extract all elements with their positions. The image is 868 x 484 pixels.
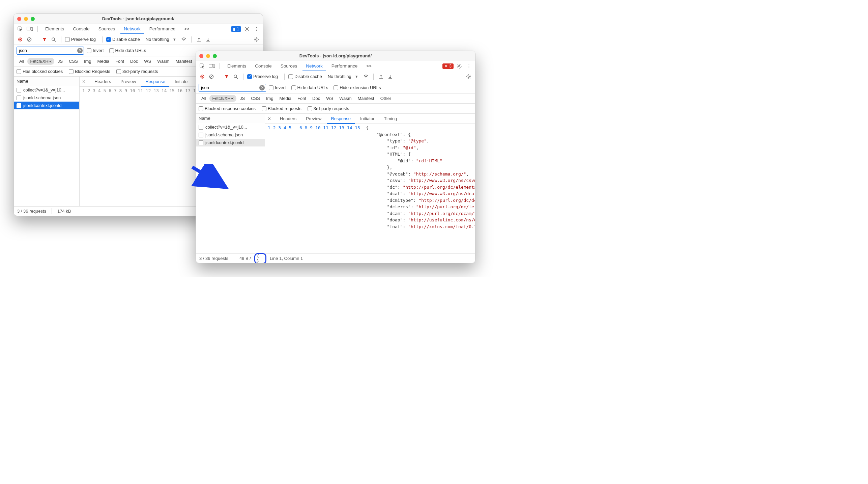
search-icon[interactable] [232,73,239,80]
upload-icon[interactable] [195,36,203,43]
third-party-checkbox[interactable]: 3rd-party requests [116,69,158,74]
tab-overflow[interactable]: >> [181,24,193,34]
wifi-icon[interactable] [362,73,370,80]
inspect-icon[interactable] [17,25,24,33]
gear-icon[interactable] [243,25,251,33]
kebab-icon[interactable]: ⋮ [465,62,472,70]
close-icon[interactable]: × [268,116,274,122]
device-icon[interactable] [26,25,33,33]
tab-sources[interactable]: Sources [277,61,301,71]
clear-icon[interactable] [26,36,33,43]
zoom-dot[interactable] [31,17,35,21]
request-row-selected[interactable]: jsonldcontext.jsonld [14,102,79,109]
cat-media[interactable]: Media [95,58,112,65]
cat-all[interactable]: All [199,95,209,102]
code-body[interactable]: { "@context": { "type": "@type", "id": "… [363,124,475,253]
clear-filter-icon[interactable]: ✕ [259,85,265,90]
cat-wasm[interactable]: Wasm [337,95,354,102]
clear-filter-icon[interactable]: ✕ [77,48,83,53]
minimize-dot[interactable] [206,54,210,58]
tab-performance[interactable]: Performance [146,24,179,34]
close-dot[interactable] [199,54,203,58]
cat-fetch-xhr[interactable]: Fetch/XHR [209,95,236,102]
dtab-initiator[interactable]: Initiato [171,77,192,87]
cat-font[interactable]: Font [113,58,127,65]
blocked-cookies-checkbox[interactable]: Blocked response cookies [199,106,256,111]
cat-js[interactable]: JS [237,95,248,102]
request-row[interactable]: jsonld-schema.json [14,94,79,102]
errors-badge[interactable]: ✕ 3 [442,63,454,69]
dtab-initiator[interactable]: Initiator [356,114,379,124]
tab-sources[interactable]: Sources [95,24,119,34]
close-icon[interactable]: × [82,79,89,85]
throttling-select[interactable]: No throttling [328,74,351,79]
dtab-headers[interactable]: Headers [90,77,115,87]
tab-console[interactable]: Console [252,61,275,71]
cat-wasm[interactable]: Wasm [154,58,172,65]
minimize-dot[interactable] [24,17,28,21]
download-icon[interactable] [204,36,212,43]
tab-elements[interactable]: Elements [42,24,67,34]
dtab-headers[interactable]: Headers [276,114,300,124]
filter-input[interactable] [17,47,84,55]
cat-doc[interactable]: Doc [310,95,323,102]
search-icon[interactable] [50,36,57,43]
cat-manifest[interactable]: Manifest [173,58,195,65]
dtab-timing[interactable]: Timing [380,114,401,124]
cat-font[interactable]: Font [295,95,309,102]
kebab-icon[interactable]: ⋮ [253,25,260,33]
cat-manifest[interactable]: Manifest [355,95,377,102]
invert-checkbox[interactable]: Invert [269,85,286,90]
cat-css[interactable]: CSS [248,95,263,102]
cat-ws[interactable]: WS [323,95,336,102]
hide-data-urls-checkbox[interactable]: Hide data URLs [291,85,328,90]
throttling-select[interactable]: No throttling [146,37,169,42]
cat-other[interactable]: Other [378,95,394,102]
cat-ws[interactable]: WS [141,58,154,65]
tab-network[interactable]: Network [302,61,326,71]
pretty-print-icon[interactable]: { } [257,255,264,262]
wifi-icon[interactable] [180,36,187,43]
inspect-icon[interactable] [199,62,206,70]
gear-icon[interactable] [456,62,463,70]
disable-cache-checkbox[interactable]: Disable cache [106,37,140,42]
device-icon[interactable] [208,62,215,70]
hide-data-urls-checkbox[interactable]: Hide data URLs [109,48,146,53]
filter-icon[interactable] [223,73,230,80]
cat-fetch-xhr[interactable]: Fetch/XHR [27,58,54,65]
tab-performance[interactable]: Performance [328,61,361,71]
cat-img[interactable]: Img [263,95,276,102]
blocked-cookies-checkbox[interactable]: Has blocked cookies [17,69,63,74]
gear-icon[interactable] [253,36,260,43]
record-icon[interactable] [17,36,24,43]
chevron-down-icon[interactable]: ▾ [171,36,178,43]
request-row[interactable]: collect?v=1&_v=j10... [14,86,79,94]
download-icon[interactable] [386,73,394,80]
dtab-preview[interactable]: Preview [116,77,140,87]
dtab-response[interactable]: Response [141,77,169,87]
dtab-response[interactable]: Response [327,114,355,124]
blocked-requests-checkbox[interactable]: Blocked Requests [69,69,110,74]
request-row[interactable]: collect?v=1&_v=j10... [196,123,265,131]
invert-checkbox[interactable]: Invert [87,48,104,53]
preserve-log-checkbox[interactable]: Preserve log [247,74,278,79]
filter-input[interactable] [199,84,266,92]
issues-badge[interactable]: ▮ 1 [231,26,241,32]
zoom-dot[interactable] [213,54,217,58]
blocked-requests-checkbox[interactable]: Blocked requests [262,106,301,111]
cat-js[interactable]: JS [55,58,65,65]
tab-network[interactable]: Network [120,24,144,34]
close-dot[interactable] [17,17,21,21]
third-party-checkbox[interactable]: 3rd-party requests [308,106,349,111]
request-row-selected[interactable]: jsonldcontext.jsonld [196,139,265,146]
preserve-log-checkbox[interactable]: Preserve log [65,37,96,42]
cat-media[interactable]: Media [277,95,294,102]
cat-all[interactable]: All [17,58,27,65]
filter-icon[interactable] [41,36,48,43]
cat-css[interactable]: CSS [66,58,81,65]
record-icon[interactable] [199,73,206,80]
clear-icon[interactable] [208,73,215,80]
request-row[interactable]: jsonld-schema.json [196,131,265,139]
chevron-down-icon[interactable]: ▾ [353,73,360,80]
cat-doc[interactable]: Doc [127,58,141,65]
